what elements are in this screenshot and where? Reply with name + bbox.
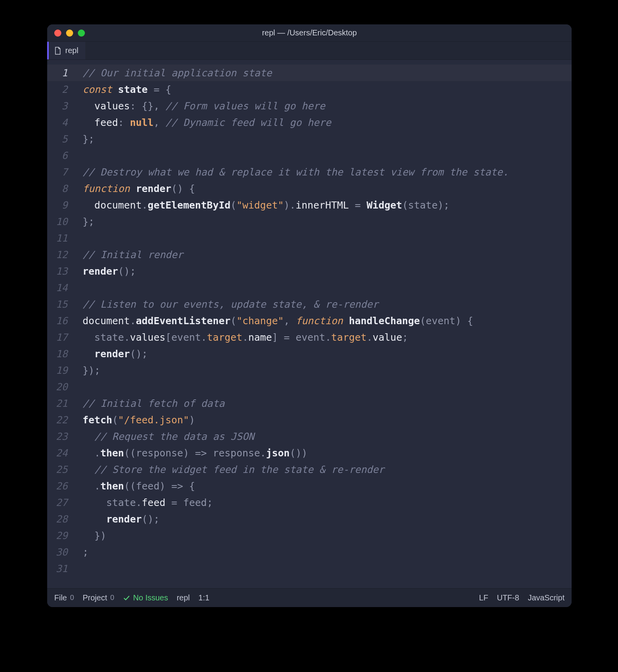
code-token[interactable]	[177, 497, 183, 508]
code-line[interactable]: // Request the data as JSON	[74, 428, 572, 445]
code-token[interactable]: )	[183, 447, 195, 459]
line-number[interactable]: 6	[47, 147, 74, 164]
status-file-issues[interactable]: File 0	[54, 593, 74, 602]
line-number[interactable]: 13	[47, 263, 74, 279]
code-token[interactable]: .	[201, 332, 207, 343]
code-token[interactable]: state	[118, 84, 147, 95]
line-number[interactable]: 27	[47, 494, 74, 511]
line-number[interactable]: 28	[47, 511, 74, 527]
code-token[interactable]: document	[83, 315, 130, 327]
code-token[interactable]: ();	[130, 348, 147, 360]
code-token[interactable]: [	[166, 332, 171, 343]
code-token[interactable]: ) {	[455, 315, 473, 327]
code-line[interactable]: })	[74, 527, 572, 544]
window-close-button[interactable]	[54, 30, 61, 37]
code-token[interactable]: // Our initial application state	[83, 67, 272, 79]
status-language[interactable]: JavaScript	[528, 593, 565, 602]
code-token[interactable]: "/feed.json"	[118, 414, 189, 426]
code-token[interactable]: // Form values will go here	[166, 100, 325, 112]
window-minimize-button[interactable]	[66, 30, 73, 37]
code-line[interactable]: const state = {	[74, 81, 572, 98]
code-token[interactable]: state	[408, 199, 438, 211]
line-number[interactable]: 29	[47, 527, 74, 544]
titlebar[interactable]: repl — /Users/Eric/Desktop	[47, 24, 572, 42]
code-token[interactable]: :	[118, 117, 130, 128]
code-line[interactable]: render();	[74, 263, 572, 279]
code-line[interactable]: .then((response) => response.json())	[74, 445, 572, 461]
code-token[interactable]	[148, 84, 154, 95]
code-token[interactable]: ;	[83, 546, 88, 558]
code-token[interactable]: render	[83, 266, 118, 277]
code-line[interactable]	[74, 560, 572, 577]
line-number[interactable]: 14	[47, 279, 74, 296]
line-number[interactable]: 23	[47, 428, 74, 445]
code-token[interactable]: // Listen to our events, update state, &…	[83, 299, 379, 310]
code-token[interactable]: response	[136, 447, 183, 459]
code-token[interactable]	[130, 183, 136, 194]
line-number-gutter[interactable]: 1234567891011121314151617181920212223242…	[47, 60, 74, 588]
code-token[interactable]: target	[331, 332, 366, 343]
code-token[interactable]: then	[100, 447, 124, 459]
line-number[interactable]: 30	[47, 544, 74, 560]
code-token[interactable]: const	[83, 84, 112, 95]
code-token[interactable]: values	[94, 100, 130, 112]
code-token[interactable]: ((	[124, 480, 136, 492]
code-token[interactable]: ,	[154, 117, 166, 128]
code-line[interactable]: state.feed = feed;	[74, 494, 572, 511]
code-token[interactable]: value	[373, 332, 402, 343]
code-token[interactable]: : {},	[130, 100, 165, 112]
code-token[interactable]: feed	[94, 117, 118, 128]
code-line[interactable]: };	[74, 131, 572, 147]
code-token[interactable]: .	[124, 332, 130, 343]
code-token[interactable]: };	[83, 216, 94, 227]
code-token[interactable]: .	[142, 199, 148, 211]
code-line[interactable]: state.values[event.target.name] = event.…	[74, 329, 572, 345]
code-token[interactable]: render	[106, 513, 142, 525]
line-number[interactable]: 19	[47, 362, 74, 378]
code-token[interactable]: state	[106, 497, 136, 508]
code-token[interactable]	[83, 464, 94, 475]
tab-repl[interactable]: repl	[47, 42, 85, 59]
code-token[interactable]: render	[94, 348, 130, 360]
code-token[interactable]	[290, 332, 296, 343]
code-line[interactable]: values: {}, // Form values will go here	[74, 98, 572, 114]
code-token[interactable]: feed	[142, 497, 166, 508]
status-no-issues[interactable]: No Issues	[123, 593, 168, 602]
code-token[interactable]: });	[83, 365, 100, 376]
code-token[interactable]: (	[402, 199, 408, 211]
code-token[interactable]: .	[136, 497, 142, 508]
code-token[interactable]: // Store the widget feed in the state & …	[94, 464, 384, 475]
status-filename[interactable]: repl	[177, 593, 189, 602]
line-number[interactable]: 17	[47, 329, 74, 345]
code-line[interactable]: .then((feed) => {	[74, 478, 572, 494]
editor-area[interactable]: 1234567891011121314151617181920212223242…	[47, 60, 572, 588]
code-line[interactable]: fetch("/feed.json")	[74, 412, 572, 428]
code-line[interactable]: // Our initial application state	[74, 65, 572, 81]
line-number[interactable]: 22	[47, 412, 74, 428]
code-line[interactable]: // Initial render	[74, 246, 572, 263]
code-token[interactable]: // Dynamic feed will go here	[166, 117, 331, 128]
code-token[interactable]: ())	[290, 447, 307, 459]
code-token[interactable]: )	[189, 414, 195, 426]
code-token[interactable]: then	[100, 480, 124, 492]
code-token[interactable]: =	[154, 84, 160, 95]
line-number[interactable]: 11	[47, 230, 74, 246]
code-token[interactable]	[83, 332, 94, 343]
code-line[interactable]: document.getElementById("widget").innerH…	[74, 197, 572, 213]
line-number[interactable]: 18	[47, 345, 74, 362]
code-line[interactable]	[74, 230, 572, 246]
code-token[interactable]: Widget	[367, 199, 402, 211]
line-number[interactable]: 9	[47, 197, 74, 213]
line-number[interactable]: 24	[47, 445, 74, 461]
code-token[interactable]	[343, 315, 349, 327]
code-token[interactable]: () {	[171, 183, 195, 194]
code-token[interactable]: =>	[171, 480, 183, 492]
code-token[interactable]: feed	[136, 480, 159, 492]
code-token[interactable]: // Destroy what we had & replace it with…	[83, 166, 509, 178]
line-number[interactable]: 20	[47, 378, 74, 395]
code-token[interactable]: // Initial render	[83, 249, 183, 260]
code-token[interactable]: innerHTML	[296, 199, 349, 211]
code-token[interactable]: event	[296, 332, 325, 343]
code-token[interactable]: getElementById	[148, 199, 231, 211]
code-token[interactable]: ();	[118, 266, 136, 277]
